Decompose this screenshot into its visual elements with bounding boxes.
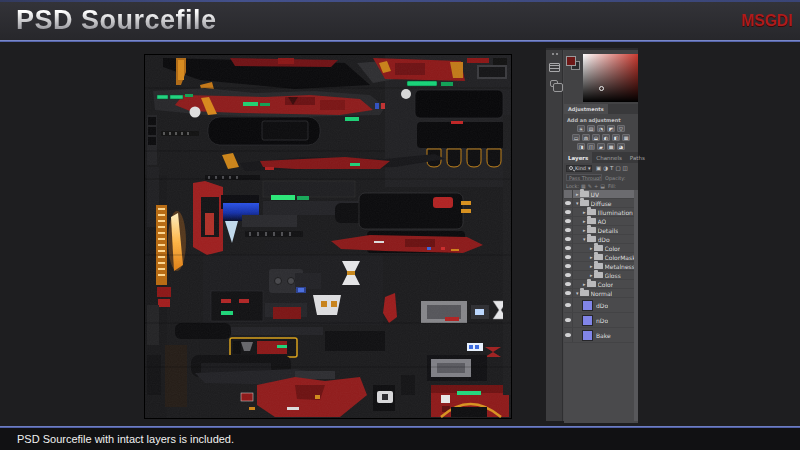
adjustment-icon[interactable]: ▭ — [572, 134, 580, 141]
visibility-toggle[interactable] — [564, 190, 573, 198]
dock-grip[interactable] — [551, 53, 558, 56]
opacity-label: Opacity: — [605, 175, 626, 181]
folder-icon — [587, 218, 596, 224]
adjustment-icon[interactable]: ▦ — [622, 134, 630, 141]
layers-scrollbar[interactable] — [634, 190, 638, 421]
page-title: PSD Sourcefile — [16, 5, 217, 36]
visibility-toggle[interactable] — [564, 271, 573, 279]
layer-thumbnail[interactable] — [582, 315, 593, 326]
saturation-brightness-field[interactable] — [583, 54, 638, 102]
layer-row-color[interactable]: ▸Color — [564, 280, 638, 289]
collapse-arrow-icon[interactable]: ▾ — [576, 290, 579, 296]
tab-channels[interactable]: Channels — [592, 152, 625, 163]
adjustment-icon[interactable]: ◔ — [597, 125, 605, 132]
adjustment-icon[interactable]: ◩ — [607, 125, 615, 132]
expand-arrow-icon[interactable]: ▸ — [590, 245, 593, 251]
expand-arrow-icon[interactable]: ▸ — [590, 254, 593, 260]
layer-row-uv[interactable]: ▸UV — [564, 190, 638, 199]
visibility-toggle[interactable] — [564, 199, 573, 207]
collapse-arrow-icon[interactable]: ▾ — [576, 200, 579, 206]
tab-paths[interactable]: Paths — [626, 152, 649, 163]
adjustment-icons-grid: ☀▤◔◩▽▭◍◒◐◧▦◨◫▰▩◕ — [564, 124, 638, 150]
visibility-toggle[interactable] — [564, 313, 573, 327]
layer-row-diffuse[interactable]: ▾Diffuse — [564, 199, 638, 208]
folder-icon — [580, 191, 589, 197]
blend-mode-dropdown[interactable]: Pass Through — [566, 174, 602, 181]
adjustment-icon[interactable]: ▤ — [587, 125, 595, 132]
visibility-toggle[interactable] — [564, 244, 573, 252]
lock-icons: ▦✎+⬓ — [581, 182, 605, 190]
filter-icon[interactable]: ▢ — [615, 164, 620, 172]
filter-icon[interactable]: ◫ — [623, 164, 628, 172]
expand-arrow-icon[interactable]: ▸ — [583, 218, 586, 224]
layer-row-metalness[interactable]: ▸Metalness — [564, 262, 638, 271]
adjustment-icon[interactable]: ◧ — [612, 134, 620, 141]
visibility-toggle[interactable] — [564, 280, 573, 288]
color-swatches[interactable] — [566, 56, 582, 72]
layer-row-ndo[interactable]: nDo — [564, 313, 638, 328]
layer-row-details[interactable]: ▸Details — [564, 226, 638, 235]
collapse-arrow-icon[interactable]: ▾ — [583, 236, 586, 242]
expand-arrow-icon[interactable]: ▸ — [583, 281, 586, 287]
layer-row-ao[interactable]: ▸AO — [564, 217, 638, 226]
layer-row-illumination[interactable]: ▸Illumination — [564, 208, 638, 217]
eye-icon — [565, 264, 571, 268]
eye-icon — [565, 303, 571, 307]
filter-icon[interactable]: ▣ — [596, 164, 601, 172]
visibility-toggle[interactable] — [564, 226, 573, 234]
visibility-toggle[interactable] — [564, 253, 573, 261]
adjustment-icon[interactable]: ◍ — [582, 134, 590, 141]
layer-name: Details — [598, 227, 619, 234]
adjustment-icon[interactable]: ◫ — [587, 143, 595, 150]
eye-icon — [565, 201, 571, 205]
lock-icon[interactable]: ✎ — [588, 182, 592, 190]
foreground-color-swatch[interactable] — [566, 56, 576, 66]
eye-icon — [565, 273, 571, 277]
layer-row-colormasks[interactable]: ▸ColorMasks — [564, 253, 638, 262]
expand-arrow-icon[interactable]: ▸ — [590, 272, 593, 278]
lock-icon[interactable]: ⬓ — [600, 182, 605, 190]
lock-icon[interactable]: + — [594, 182, 598, 190]
expand-arrow-icon[interactable]: ▸ — [583, 227, 586, 233]
panel-dock — [546, 50, 563, 421]
adjustment-icon[interactable]: ▰ — [597, 143, 605, 150]
tab-adjustments[interactable]: Adjustments — [564, 104, 608, 114]
filter-icon[interactable]: ◑ — [603, 164, 608, 172]
expand-arrow-icon[interactable]: ▸ — [583, 209, 586, 215]
visibility-toggle[interactable] — [564, 289, 573, 297]
visibility-toggle[interactable] — [564, 235, 573, 243]
adjustment-icon[interactable]: ◒ — [592, 134, 600, 141]
layer-thumbnail[interactable] — [582, 330, 593, 341]
kind-filter-dropdown[interactable]: Kind ▾ — [566, 165, 592, 172]
header-divider — [0, 40, 800, 42]
layer-row-gloss[interactable]: ▸Gloss — [564, 271, 638, 280]
layer-row-normal[interactable]: ▾Normal — [564, 289, 638, 298]
visibility-toggle[interactable] — [564, 262, 573, 270]
layer-row-bake[interactable]: Bake — [564, 328, 638, 343]
filter-icon[interactable]: T — [610, 164, 613, 172]
tab-layers[interactable]: Layers — [564, 152, 592, 163]
layer-row-ddo[interactable]: dDo — [564, 298, 638, 313]
adjustment-icon[interactable]: ▩ — [607, 143, 615, 150]
adjustment-icon[interactable]: ◐ — [602, 134, 610, 141]
adjustment-icon[interactable]: ◕ — [617, 143, 625, 150]
adjustment-icon[interactable]: ◨ — [577, 143, 585, 150]
expand-arrow-icon[interactable]: ▸ — [590, 263, 593, 269]
layer-name: Normal — [591, 290, 613, 297]
visibility-toggle[interactable] — [564, 328, 573, 342]
layer-row-ddo[interactable]: ▾dDo — [564, 235, 638, 244]
layer-row-color[interactable]: ▸Color — [564, 244, 638, 253]
libraries-icon[interactable] — [550, 80, 558, 87]
lock-row: Lock: ▦✎+⬓ Fill: — [564, 182, 638, 190]
adjustment-icon[interactable]: ☀ — [577, 125, 585, 132]
folder-icon — [594, 254, 603, 260]
visibility-toggle[interactable] — [564, 298, 573, 312]
layer-name: Gloss — [605, 272, 621, 279]
visibility-toggle[interactable] — [564, 217, 573, 225]
layer-thumbnail[interactable] — [582, 300, 593, 311]
color-cursor[interactable] — [599, 86, 604, 91]
adjustment-icon[interactable]: ▽ — [617, 125, 625, 132]
visibility-toggle[interactable] — [564, 208, 573, 216]
properties-icon[interactable] — [549, 63, 560, 72]
expand-arrow-icon[interactable]: ▸ — [576, 191, 579, 197]
